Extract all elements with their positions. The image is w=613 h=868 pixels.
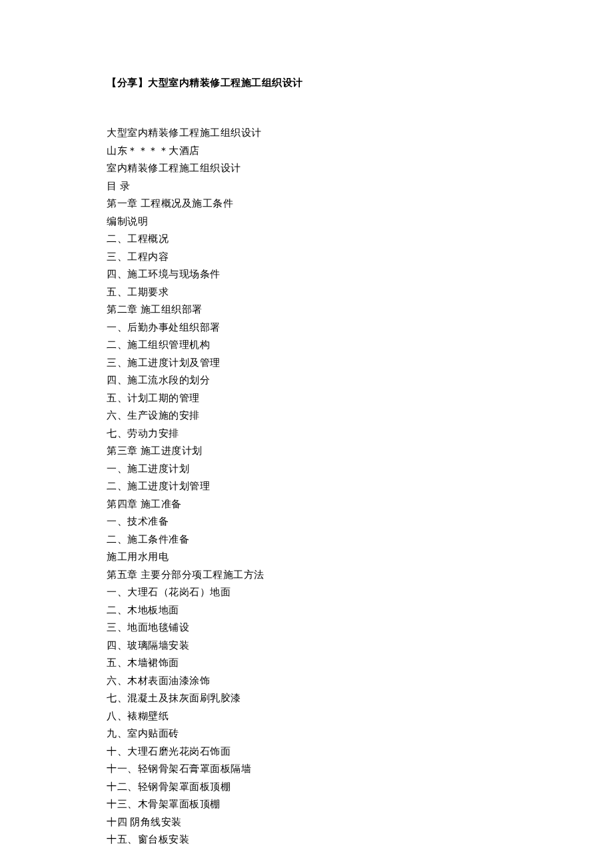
text-line: 三、工程内容 (107, 248, 506, 266)
text-line: 五、木墙裙饰面 (107, 654, 506, 672)
text-line: 五、工期要求 (107, 283, 506, 301)
text-line: 二、施工组织管理机构 (107, 336, 506, 354)
text-line: 三、地面地毯铺设 (107, 619, 506, 637)
text-line: 一、大理石（花岗石）地面 (107, 583, 506, 601)
text-line: 第四章 施工准备 (107, 495, 506, 513)
text-line: 十二、轻钢骨架罩面板顶棚 (107, 778, 506, 796)
text-line: 第三章 施工进度计划 (107, 442, 506, 460)
text-line: 编制说明 (107, 213, 506, 231)
text-line: 大型室内精装修工程施工组织设计 (107, 124, 506, 142)
text-line: 四、施工流水段的划分 (107, 371, 506, 389)
document-title: 【分享】大型室内精装修工程施工组织设计 (107, 77, 506, 89)
text-line: 目 录 (107, 177, 506, 195)
text-line: 六、木材表面油漆涂饰 (107, 672, 506, 690)
text-line: 七、劳动力安排 (107, 425, 506, 443)
text-line: 六、生产设施的安排 (107, 407, 506, 425)
text-line: 第五章 主要分部分项工程施工方法 (107, 566, 506, 584)
text-line: 四、玻璃隔墙安装 (107, 637, 506, 655)
document-page: 【分享】大型室内精装修工程施工组织设计 大型室内精装修工程施工组织设计山东＊＊＊… (0, 0, 613, 868)
text-line: 一、后勤办事处组织部署 (107, 319, 506, 337)
text-line: 三、施工进度计划及管理 (107, 354, 506, 372)
text-line: 四、施工环境与现场条件 (107, 265, 506, 283)
text-line: 十三、木骨架罩面板顶棚 (107, 795, 506, 813)
text-line: 施工用水用电 (107, 548, 506, 566)
text-line: 第一章 工程概况及施工条件 (107, 195, 506, 213)
text-line: 二、工程概况 (107, 230, 506, 248)
text-line: 十一、轻钢骨架石膏罩面板隔墙 (107, 760, 506, 778)
document-body: 大型室内精装修工程施工组织设计山东＊＊＊＊大酒店室内精装修工程施工组织设计目 录… (107, 124, 506, 849)
text-line: 九、室内贴面砖 (107, 725, 506, 743)
text-line: 二、木地板地面 (107, 601, 506, 619)
text-line: 十、大理石磨光花岗石饰面 (107, 743, 506, 761)
text-line: 十五、窗台板安装 (107, 831, 506, 849)
text-line: 七、混凝土及抹灰面刷乳胶漆 (107, 689, 506, 707)
text-line: 一、施工进度计划 (107, 460, 506, 478)
text-line: 山东＊＊＊＊大酒店 (107, 142, 506, 160)
text-line: 二、施工条件准备 (107, 531, 506, 549)
text-line: 五、计划工期的管理 (107, 389, 506, 407)
text-line: 一、技术准备 (107, 513, 506, 531)
text-line: 二、施工进度计划管理 (107, 477, 506, 495)
text-line: 八、裱糊壁纸 (107, 707, 506, 725)
text-line: 第二章 施工组织部署 (107, 301, 506, 319)
text-line: 室内精装修工程施工组织设计 (107, 159, 506, 177)
text-line: 十四 阴角线安装 (107, 813, 506, 831)
